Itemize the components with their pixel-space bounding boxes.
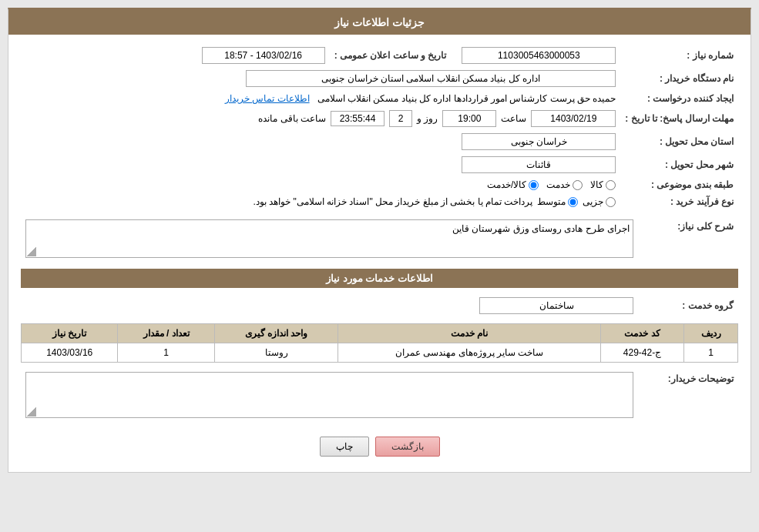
page-title: جزئیات اطلاعات نیاز (8, 10, 751, 35)
timer-value: 23:55:44 (331, 111, 385, 126)
tamas-khardar-link[interactable]: اطلاعات تماس خریدار (225, 93, 310, 104)
cell-vahed: روستا (214, 343, 338, 363)
roz-label: روز و (417, 113, 438, 124)
radio-motavaset-label: متوسط (537, 196, 566, 207)
ijad-konande-value: حمیده حق پرست کارشناس امور قراردادها ادا… (317, 93, 616, 104)
radio-kala-input[interactable] (606, 180, 616, 190)
cell-kod: ج-42-429 (601, 343, 684, 363)
radio-khedmat-input[interactable] (573, 180, 583, 190)
noe-description: پرداخت تمام یا بخشی از مبلغ خریداز محل "… (253, 196, 532, 207)
tarikh-elan-value: 1403/02/16 - 18:57 (202, 47, 325, 64)
table-row: 1ج-42-429ساخت سایر پروژه‌های مهندسی عمرا… (22, 343, 738, 363)
col-tarikh: تاریخ نیاز (22, 324, 118, 343)
sharh-label: شرح کلی نیاز: (638, 216, 738, 261)
nam-dastgah-value: اداره کل بنیاد مسکن انقلاب اسلامی استان … (246, 70, 616, 87)
date-value: 1403/02/19 (531, 110, 616, 127)
cell-tedad: 1 (118, 343, 214, 363)
radio-jozee: جزیی (583, 196, 616, 207)
cell-radif: 1 (684, 343, 738, 363)
print-button[interactable]: چاپ (320, 437, 369, 457)
toseeh-value (25, 372, 633, 418)
radio-kala-khedmat-label: کالا/خدمت (487, 179, 526, 190)
shomara-niaz-label: شماره نیاز : (620, 44, 738, 67)
radio-kala: کالا (590, 179, 616, 190)
saat-value: 19:00 (442, 110, 496, 127)
col-nam: نام خدمت (338, 324, 601, 343)
sharh-value: اجرای طرح هادی روستای وزق شهرستان قاین (25, 219, 633, 258)
mohlat-label: مهلت ارسال پاسخ: تا تاریخ : (620, 107, 738, 130)
col-kod: کد خدمت (601, 324, 684, 343)
cell-nam: ساخت سایر پروژه‌های مهندسی عمران (338, 343, 601, 363)
shomara-niaz-value: 1103005463000053 (462, 47, 616, 64)
nam-dastgah-label: نام دستگاه خریدار : (620, 67, 738, 90)
ostan-value: خراسان جنوبی (462, 133, 616, 150)
tarikh-elan-label: تاریخ و ساعت اعلان عمومی : (330, 44, 452, 67)
radio-jozee-label: جزیی (583, 196, 603, 207)
col-tedad: تعداد / مقدار (118, 324, 214, 343)
radio-motavaset-input[interactable] (568, 197, 578, 207)
services-section-header: اطلاعات خدمات مورد نیاز (21, 269, 738, 288)
toseeh-label: توضیحات خریدار: (638, 369, 738, 421)
ijad-konande-label: ایجاد کننده درخواست : (620, 90, 738, 107)
resize-handle (27, 247, 36, 256)
shahr-label: شهر محل تحویل : (620, 153, 738, 176)
radio-khedmat: خدمت (546, 179, 583, 190)
back-button[interactable]: بازگشت (375, 437, 440, 457)
radio-kala-label: کالا (590, 179, 603, 190)
radio-jozee-input[interactable] (606, 197, 616, 207)
tabaqe-label: طبقه بندی موضوعی : (620, 176, 738, 193)
buttons-row: بازگشت چاپ (21, 427, 738, 463)
roz-value: 2 (389, 110, 412, 127)
group-service-value: ساختمان (479, 297, 633, 314)
radio-khedmat-label: خدمت (546, 179, 570, 190)
saat-label: ساعت (501, 113, 526, 124)
col-radif: ردیف (684, 324, 738, 343)
shahr-value: قائنات (462, 156, 616, 173)
radio-kala-khedmat-input[interactable] (529, 180, 539, 190)
radio-motavaset: متوسط (537, 196, 578, 207)
noe-farayand-label: نوع فرآیند خرید : (620, 193, 738, 210)
ostan-label: استان محل تحویل : (620, 130, 738, 153)
col-vahed: واحد اندازه گیری (214, 324, 338, 343)
group-service-label: گروه خدمت : (638, 294, 738, 317)
resize-handle-2 (27, 407, 36, 417)
baqi-mande-label: ساعت باقی مانده (258, 113, 326, 124)
services-table: ردیف کد خدمت نام خدمت واحد اندازه گیری ت… (21, 323, 738, 363)
cell-tarikh: 1403/03/16 (22, 343, 118, 363)
radio-kala-khedmat: کالا/خدمت (487, 179, 539, 190)
